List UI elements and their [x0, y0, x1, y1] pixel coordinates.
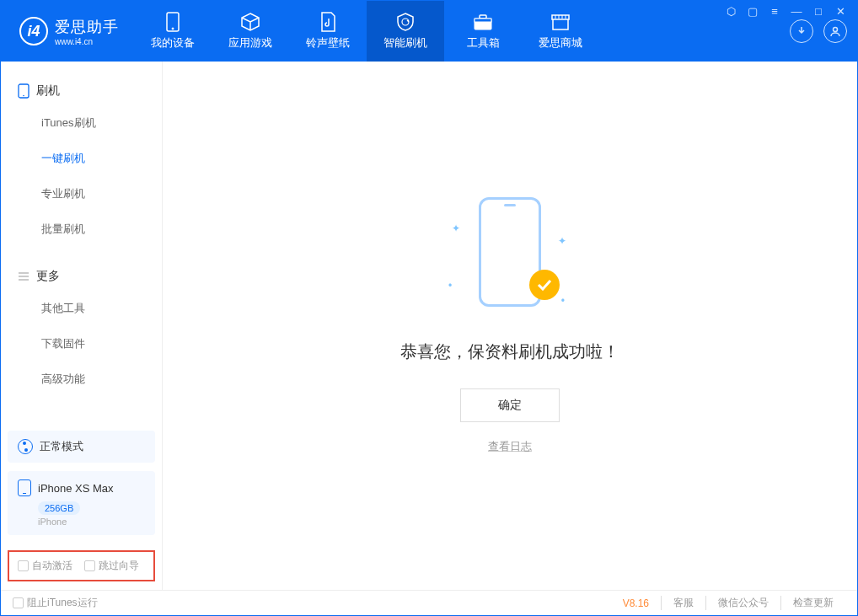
svg-point-7	[23, 95, 24, 97]
checkbox-label: 跳过向导	[99, 559, 139, 573]
tab-label: 工具箱	[467, 35, 500, 51]
footer-link-wechat[interactable]: 微信公众号	[705, 596, 780, 610]
device-type: iPhone	[38, 517, 145, 527]
shop-icon	[550, 12, 571, 32]
device-phone-icon	[18, 479, 31, 496]
svg-rect-4	[475, 19, 491, 22]
tab-label: 铃声壁纸	[306, 35, 350, 51]
svg-point-1	[172, 28, 174, 29]
tab-label: 我的设备	[151, 35, 195, 51]
app-url: www.i4.cn	[55, 37, 119, 46]
checkbox-label: 阻止iTunes运行	[27, 596, 98, 610]
footer-link-support[interactable]: 客服	[661, 596, 705, 610]
tab-my-device[interactable]: 我的设备	[134, 1, 212, 62]
footer: 阻止iTunes运行 V8.16 客服 微信公众号 检查更新	[1, 590, 857, 615]
checkbox-skip-guide[interactable]: 跳过向导	[84, 559, 139, 573]
main-content: ✦•✦• 恭喜您，保资料刷机成功啦！ 确定 查看日志	[163, 62, 857, 590]
success-illustration: ✦•✦•	[464, 197, 556, 315]
device-icon	[163, 12, 183, 32]
download-button[interactable]	[790, 19, 813, 43]
sidebar-item-batch-flash[interactable]: 批量刷机	[1, 212, 162, 247]
ok-button[interactable]: 确定	[460, 388, 560, 422]
maximize-icon[interactable]: □	[811, 5, 826, 18]
toolbox-icon	[473, 12, 493, 32]
sidebar-item-itunes-flash[interactable]: iTunes刷机	[1, 105, 162, 141]
options-box: 自动激活 跳过向导	[8, 550, 155, 581]
nav-tabs: 我的设备 应用游戏 铃声壁纸 智能刷机 工具箱 爱思商城	[134, 1, 599, 62]
refresh-shield-icon	[395, 12, 416, 32]
view-log-link[interactable]: 查看日志	[488, 439, 532, 454]
version-label: V8.16	[623, 597, 649, 609]
sidebar-item-pro-flash[interactable]: 专业刷机	[1, 176, 162, 212]
checkbox-label: 自动激活	[32, 559, 72, 573]
phone-icon	[18, 83, 29, 99]
header: i4 爱思助手 www.i4.cn 我的设备 应用游戏 铃声壁纸 智能刷机 工具…	[1, 1, 857, 62]
tab-ringtone-wallpaper[interactable]: 铃声壁纸	[289, 1, 367, 62]
svg-point-5	[834, 28, 838, 32]
checkbox-auto-activate[interactable]: 自动激活	[18, 559, 72, 573]
check-badge-icon	[529, 270, 560, 300]
tab-label: 智能刷机	[383, 35, 427, 51]
sidebar-item-oneclick-flash[interactable]: 一键刷机	[1, 141, 162, 176]
tab-smart-flash[interactable]: 智能刷机	[367, 1, 444, 62]
section-title: 刷机	[36, 83, 60, 99]
close-icon[interactable]: ✕	[833, 5, 848, 18]
device-name: iPhone XS Max	[38, 482, 114, 495]
mode-label: 正常模式	[40, 439, 83, 454]
tab-store[interactable]: 爱思商城	[522, 1, 599, 62]
user-button[interactable]	[823, 19, 847, 43]
sidebar-section-more: 更多	[1, 262, 162, 291]
app-name: 爱思助手	[55, 17, 119, 37]
mode-box[interactable]: 正常模式	[8, 431, 155, 463]
feedback-icon[interactable]: ⬡	[723, 5, 738, 18]
footer-link-update[interactable]: 检查更新	[780, 596, 845, 610]
minimize-icon[interactable]: —	[789, 5, 804, 18]
tab-label: 应用游戏	[228, 35, 272, 51]
cube-icon	[240, 12, 260, 32]
checkbox-icon	[13, 597, 24, 608]
checkbox-icon	[18, 560, 29, 571]
music-file-icon	[318, 12, 338, 32]
logo-icon: i4	[19, 17, 48, 46]
sidebar-item-other-tools[interactable]: 其他工具	[1, 291, 162, 326]
mode-icon	[18, 439, 33, 454]
sidebar: 刷机 iTunes刷机 一键刷机 专业刷机 批量刷机 更多 其他工具 下载固件 …	[1, 62, 163, 590]
skin-icon[interactable]: ▢	[745, 5, 760, 18]
svg-rect-3	[480, 15, 486, 19]
tab-toolbox[interactable]: 工具箱	[444, 1, 522, 62]
section-title: 更多	[36, 269, 60, 284]
list-icon	[18, 271, 29, 281]
checkbox-icon	[84, 560, 95, 571]
success-message: 恭喜您，保资料刷机成功啦！	[400, 340, 619, 363]
checkbox-block-itunes[interactable]: 阻止iTunes运行	[13, 596, 98, 610]
device-box[interactable]: iPhone XS Max 256GB iPhone	[8, 471, 155, 535]
menu-icon[interactable]: ≡	[767, 5, 782, 18]
sidebar-item-download-firmware[interactable]: 下载固件	[1, 326, 162, 362]
sidebar-item-advanced[interactable]: 高级功能	[1, 362, 162, 397]
logo[interactable]: i4 爱思助手 www.i4.cn	[1, 17, 134, 46]
capacity-badge: 256GB	[38, 501, 80, 515]
window-controls: ⬡ ▢ ≡ — □ ✕	[723, 5, 848, 18]
tab-apps-games[interactable]: 应用游戏	[212, 1, 289, 62]
tab-label: 爱思商城	[539, 35, 582, 51]
sidebar-section-flash: 刷机	[1, 77, 162, 105]
